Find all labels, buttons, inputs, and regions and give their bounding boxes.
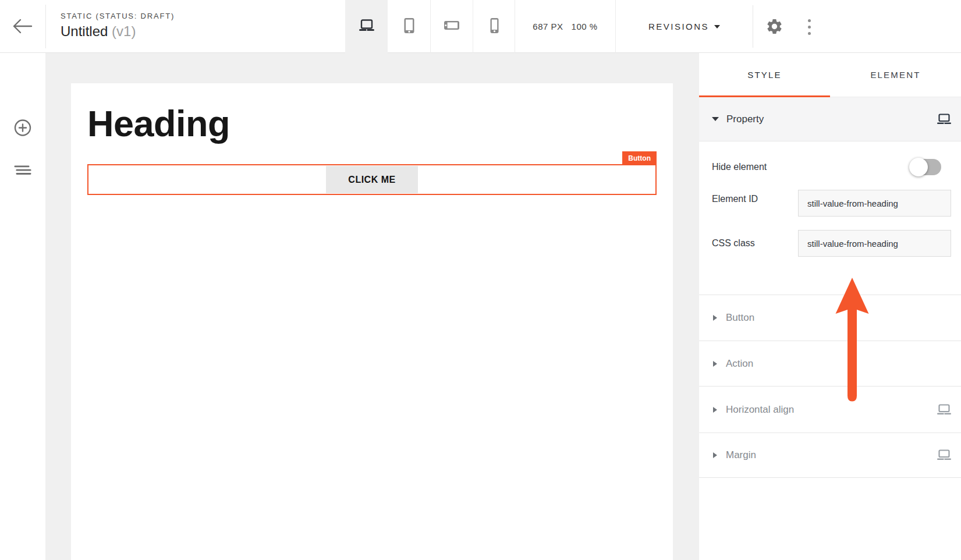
document-title-block: STATIC (STATUS: DRAFT) Untitled (v1): [61, 12, 175, 40]
caret-down-icon: [712, 117, 719, 121]
topbar: STATIC (STATUS: DRAFT) Untitled (v1): [0, 0, 961, 53]
device-tablet-button[interactable]: [388, 0, 430, 53]
structure-lines-icon: [14, 168, 32, 177]
responsive-desktop-icon: [937, 404, 952, 416]
section-margin[interactable]: Margin: [699, 433, 961, 477]
back-button[interactable]: [12, 17, 34, 36]
viewport-width-value: 687 PX: [533, 22, 563, 31]
section-button[interactable]: Button: [699, 295, 961, 341]
plus-circle-icon: [14, 130, 32, 139]
status-label: STATIC (STATUS: DRAFT): [61, 12, 175, 20]
selected-button-element[interactable]: Button CLICK ME: [87, 164, 657, 195]
kebab-icon: [808, 19, 811, 22]
structure-button[interactable]: [14, 165, 32, 177]
toggle-knob: [909, 158, 928, 176]
device-switcher: [345, 0, 515, 53]
css-class-input[interactable]: [798, 230, 951, 257]
chevron-right-icon: [713, 315, 717, 321]
viewport-info: 687 PX 100 %: [515, 0, 616, 53]
panel-tabs: STYLE ELEMENT: [699, 53, 961, 97]
hide-element-row: Hide element: [712, 153, 952, 181]
chevron-right-icon: [713, 452, 717, 458]
chevron-down-icon: [714, 25, 720, 29]
canvas[interactable]: Heading Button CLICK ME: [45, 53, 699, 560]
chevron-right-icon: [713, 361, 717, 367]
device-desktop-button[interactable]: [345, 0, 388, 53]
left-toolbar: [0, 53, 45, 560]
hide-element-toggle[interactable]: [911, 159, 941, 175]
settings-panel: STYLE ELEMENT Property Hide element Elem…: [699, 53, 961, 560]
section-horizontal-align[interactable]: Horizontal align: [699, 386, 961, 433]
doc-version: (v1): [112, 23, 136, 39]
tab-style[interactable]: STYLE: [699, 53, 830, 97]
hide-element-label: Hide element: [712, 162, 767, 172]
topbar-divider: [753, 5, 753, 48]
responsive-desktop-icon: [937, 449, 952, 461]
section-divider: [699, 477, 961, 478]
settings-button[interactable]: [765, 17, 783, 36]
doc-title: Untitled: [61, 23, 108, 39]
chevron-right-icon: [713, 407, 717, 413]
section-property-header[interactable]: Property: [699, 97, 961, 141]
publish-button[interactable]: PUBLISH: [827, 11, 896, 42]
app-root: STATIC (STATUS: DRAFT) Untitled (v1): [0, 0, 961, 560]
element-type-badge: Button: [622, 151, 657, 165]
section-action[interactable]: Action: [699, 341, 961, 386]
tablet-icon: [402, 17, 416, 37]
mobile-icon: [490, 17, 499, 36]
click-me-button[interactable]: CLICK ME: [326, 166, 418, 193]
gear-icon: [765, 29, 783, 37]
topbar-divider: [45, 5, 46, 48]
desktop-icon: [358, 19, 375, 35]
landscape-phone-icon: [444, 20, 460, 33]
device-landscape-button[interactable]: [430, 0, 473, 53]
revisions-button[interactable]: REVISIONS: [616, 0, 753, 53]
device-mobile-button[interactable]: [473, 0, 515, 53]
css-class-label: CSS class: [712, 238, 755, 249]
page-preview[interactable]: Heading Button CLICK ME: [71, 83, 673, 560]
heading-element[interactable]: Heading: [87, 105, 230, 142]
tab-element[interactable]: ELEMENT: [830, 53, 961, 97]
element-id-input[interactable]: [798, 190, 951, 217]
more-menu-button[interactable]: [803, 16, 815, 37]
element-id-label: Element ID: [712, 194, 758, 204]
arrow-left-icon: [12, 29, 34, 37]
responsive-desktop-icon: [937, 114, 952, 125]
section-label: Property: [726, 114, 764, 125]
zoom-level-value: 100 %: [572, 22, 598, 31]
add-element-button[interactable]: [14, 119, 32, 139]
